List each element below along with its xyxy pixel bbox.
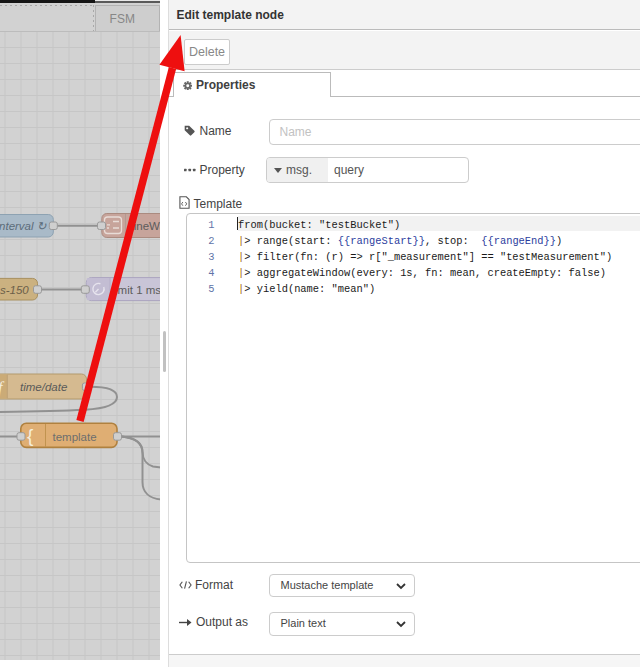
svg-text:s-150: s-150 (0, 284, 29, 296)
svg-text:sineWave: sineWave (128, 220, 161, 232)
svg-text:limit 1 ms: limit 1 ms (113, 284, 162, 296)
svg-text:interval ↻: interval ↻ (0, 220, 47, 232)
svg-text:{: { (27, 425, 34, 446)
svg-text:time/date: time/date (20, 381, 67, 393)
svg-text:template: template (53, 431, 97, 443)
